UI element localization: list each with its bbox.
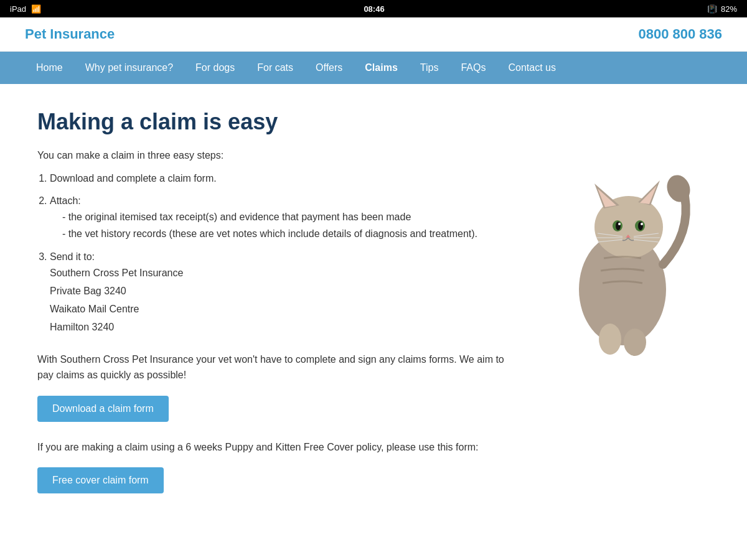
nav-home[interactable]: Home — [25, 52, 74, 84]
svg-point-11 — [618, 223, 621, 225]
nav-faqs[interactable]: FAQs — [449, 52, 497, 84]
intro-text: You can make a claim in three easy steps… — [37, 150, 510, 161]
address-block: Southern Cross Pet Insurance Private Bag… — [50, 264, 510, 336]
svg-point-12 — [641, 223, 643, 225]
step-2-sub-2: - the vet history records (these are vet… — [62, 225, 510, 242]
svg-point-21 — [624, 329, 646, 356]
page-title: Making a claim is easy — [37, 109, 510, 135]
status-bar-time: 08:46 — [364, 4, 384, 14]
svg-point-10 — [638, 222, 643, 230]
step-1: Download and complete a claim form. — [50, 171, 510, 186]
description-2: If you are making a claim using a 6 week… — [37, 439, 510, 455]
battery-label: 82% — [721, 4, 737, 14]
steps-list: Download and complete a claim form. Atta… — [50, 171, 510, 337]
step-3-label: Send it to: — [50, 251, 95, 262]
content-right — [535, 109, 710, 511]
main-content: Making a claim is easy You can make a cl… — [0, 84, 747, 536]
free-cover-claim-form-button[interactable]: Free cover claim form — [37, 467, 164, 493]
status-bar-right: 📳 82% — [707, 4, 737, 14]
address-line-4: Hamilton 3240 — [50, 319, 510, 337]
main-nav: Home Why pet insurance? For dogs For cat… — [0, 52, 747, 84]
nav-why-pet-insurance[interactable]: Why pet insurance? — [74, 52, 184, 84]
nav-offers[interactable]: Offers — [304, 52, 354, 84]
nav-tips[interactable]: Tips — [409, 52, 450, 84]
step-1-label: Download and complete a claim form. — [50, 173, 217, 184]
nav-for-dogs[interactable]: For dogs — [184, 52, 246, 84]
description-1: With Southern Cross Pet Insurance your v… — [37, 352, 510, 383]
nav-contact-us[interactable]: Contact us — [497, 52, 566, 84]
logo[interactable]: Pet Insurance — [25, 26, 115, 42]
bluetooth-icon: 📳 — [707, 4, 717, 14]
cat-image — [548, 109, 697, 358]
step-2-sub: - the original itemised tax receipt(s) a… — [62, 208, 510, 242]
step-3: Send it to: Southern Cross Pet Insurance… — [50, 250, 510, 336]
svg-point-20 — [599, 324, 621, 355]
content-left: Making a claim is easy You can make a cl… — [37, 109, 510, 511]
status-bar: iPad 📶 08:46 📳 82% — [0, 0, 747, 17]
address-line-2: Private Bag 3240 — [50, 282, 510, 301]
status-bar-left: iPad 📶 — [10, 4, 41, 14]
wifi-icon: 📶 — [31, 4, 41, 14]
step-2: Attach: - the original itemised tax rece… — [50, 194, 510, 242]
nav-for-cats[interactable]: For cats — [246, 52, 304, 84]
download-claim-form-button[interactable]: Download a claim form — [37, 396, 169, 422]
address-line-1: Southern Cross Pet Insurance — [50, 264, 510, 282]
address-line-3: Waikato Mail Centre — [50, 301, 510, 319]
top-header: Pet Insurance 0800 800 836 — [0, 17, 747, 52]
step-2-label: Attach: — [50, 195, 81, 206]
phone-number[interactable]: 0800 800 836 — [638, 26, 722, 42]
nav-claims[interactable]: Claims — [354, 52, 408, 84]
device-label: iPad — [10, 4, 26, 14]
svg-point-9 — [616, 222, 621, 230]
step-2-sub-1: - the original itemised tax receipt(s) a… — [62, 208, 510, 225]
